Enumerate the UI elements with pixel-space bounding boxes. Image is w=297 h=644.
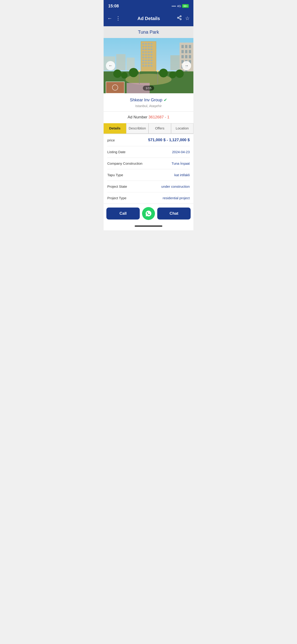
- svg-rect-44: [145, 62, 147, 64]
- detail-label-project-state: Project State: [107, 184, 127, 188]
- nav-right: ☆: [177, 15, 190, 22]
- svg-rect-19: [142, 46, 144, 47]
- status-bar: 15:08 ▪▪▪▪ 4G 32+: [104, 0, 194, 12]
- svg-rect-26: [150, 48, 152, 50]
- carousel-counter: 1/15: [143, 86, 154, 90]
- svg-rect-36: [145, 57, 147, 58]
- detail-label-company: Company Construction: [107, 162, 142, 166]
- svg-rect-25: [148, 48, 150, 50]
- detail-value-company: Tuna İnşaat: [172, 162, 190, 166]
- status-icons: ▪▪▪▪ 4G 32+: [172, 4, 189, 8]
- svg-point-83: [138, 70, 140, 72]
- detail-value-project-type: residential project: [162, 196, 190, 200]
- favorite-icon[interactable]: ☆: [185, 16, 190, 22]
- image-carousel: ← → 1/15: [104, 38, 194, 93]
- svg-rect-42: [150, 60, 152, 61]
- detail-label-listing-date: Listing Date: [107, 150, 126, 154]
- svg-rect-45: [148, 62, 150, 64]
- svg-point-72: [113, 70, 122, 78]
- home-bar: [135, 226, 162, 227]
- svg-rect-41: [148, 60, 150, 61]
- svg-rect-37: [148, 57, 150, 58]
- svg-rect-28: [145, 51, 147, 53]
- svg-rect-17: [148, 43, 150, 44]
- svg-rect-11: [170, 55, 181, 70]
- home-indicator: [104, 223, 194, 230]
- chat-button[interactable]: Chat: [157, 208, 191, 220]
- bottom-action-bar: Call Chat: [104, 204, 194, 223]
- nav-left: ← ⋮: [107, 16, 121, 22]
- detail-row-listing-date: Listing Date 2024-04-23: [107, 146, 190, 158]
- svg-rect-27: [142, 51, 144, 53]
- svg-rect-53: [185, 45, 188, 48]
- svg-rect-59: [185, 55, 188, 58]
- whatsapp-button[interactable]: [142, 207, 155, 220]
- menu-icon[interactable]: ⋮: [116, 16, 121, 22]
- tabs-container: Details Describtion Offers Location: [104, 123, 194, 134]
- detail-row-project-type: Project Type residential project: [107, 192, 190, 204]
- detail-value-price: 571,000 $ - 1,127,000 $: [148, 138, 190, 142]
- whatsapp-icon: [145, 210, 152, 217]
- ad-number-value: 3612687 - 1: [148, 115, 170, 119]
- tab-location[interactable]: Location: [171, 123, 194, 134]
- agent-name: Shkear Inv Group ✔: [106, 98, 191, 102]
- svg-point-1: [178, 17, 179, 18]
- svg-rect-47: [142, 65, 144, 66]
- detail-row-company: Company Construction Tuna İnşaat: [107, 158, 190, 169]
- tab-offers[interactable]: Offers: [148, 123, 171, 134]
- svg-rect-52: [182, 45, 184, 48]
- back-icon[interactable]: ←: [107, 16, 112, 22]
- carousel-image: [104, 38, 194, 93]
- svg-rect-15: [142, 43, 144, 44]
- verified-icon: ✔: [164, 98, 167, 102]
- carousel-prev-button[interactable]: ←: [106, 61, 115, 70]
- details-section: price 571,000 $ - 1,127,000 $ Listing Da…: [104, 134, 194, 204]
- svg-rect-46: [150, 62, 152, 64]
- call-button[interactable]: Call: [106, 208, 140, 220]
- svg-rect-23: [142, 48, 144, 50]
- svg-rect-78: [106, 82, 124, 93]
- detail-value-tapu: kat irtifakli: [174, 173, 190, 177]
- detail-label-price: price: [107, 138, 115, 142]
- svg-point-76: [169, 72, 176, 78]
- share-icon[interactable]: [177, 15, 182, 22]
- property-title: Tuna Park: [104, 26, 194, 38]
- svg-line-4: [179, 16, 180, 18]
- svg-rect-38: [150, 57, 152, 58]
- ad-number-section: Ad Number 3612687 - 1: [104, 112, 194, 123]
- status-time: 15:08: [108, 4, 119, 8]
- svg-rect-30: [150, 51, 152, 53]
- svg-rect-32: [145, 54, 147, 56]
- svg-rect-22: [150, 46, 152, 47]
- svg-rect-54: [189, 45, 191, 48]
- svg-point-2: [180, 19, 182, 20]
- detail-row-price: price 571,000 $ - 1,127,000 $: [107, 134, 190, 146]
- svg-rect-21: [148, 46, 150, 47]
- svg-rect-24: [145, 48, 147, 50]
- svg-point-74: [129, 68, 138, 77]
- svg-rect-43: [142, 62, 144, 64]
- tab-details[interactable]: Details: [104, 123, 126, 134]
- tab-description[interactable]: Describtion: [126, 123, 149, 134]
- signal-icon: ▪▪▪▪: [172, 4, 176, 8]
- agent-section: Shkear Inv Group ✔ Istanbul, Ataşehir: [104, 93, 194, 112]
- agent-location: Istanbul, Ataşehir: [106, 104, 191, 110]
- svg-rect-16: [145, 43, 147, 44]
- svg-rect-39: [142, 60, 144, 61]
- detail-label-tapu: Tapu Type: [107, 173, 123, 177]
- svg-rect-48: [145, 65, 147, 66]
- svg-rect-18: [150, 43, 152, 44]
- svg-rect-55: [182, 50, 184, 53]
- svg-rect-60: [189, 55, 191, 58]
- svg-point-75: [159, 69, 168, 78]
- svg-rect-49: [148, 65, 150, 66]
- svg-rect-9: [116, 54, 126, 70]
- svg-point-0: [180, 16, 182, 17]
- detail-row-project-state: Project State under construction: [107, 181, 190, 192]
- svg-rect-40: [145, 60, 147, 61]
- carousel-next-button[interactable]: →: [182, 61, 191, 70]
- detail-value-project-state: under construction: [162, 184, 190, 188]
- page-title: Ad Details: [121, 16, 177, 21]
- ad-number-label: Ad Number 3612687 - 1: [128, 115, 169, 119]
- svg-rect-34: [150, 54, 152, 56]
